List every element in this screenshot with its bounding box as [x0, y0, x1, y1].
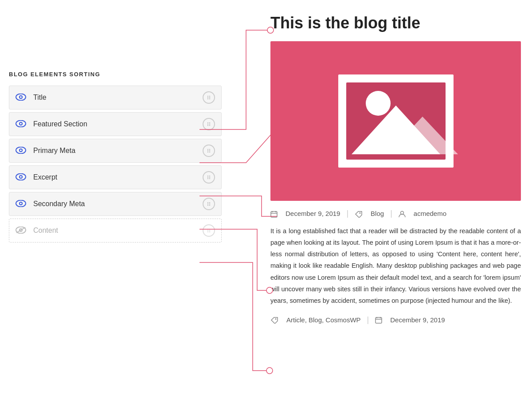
svg-point-25	[207, 152, 208, 153]
svg-point-8	[209, 98, 210, 99]
svg-point-11	[20, 123, 22, 125]
visibility-icon-featured[interactable]	[16, 119, 26, 129]
primary-meta-date: December 9, 2019	[286, 210, 340, 217]
meta-sep-1: |	[346, 209, 348, 218]
svg-point-14	[207, 124, 208, 125]
sort-list: Title Featured Secti	[9, 86, 222, 243]
svg-point-43	[207, 205, 208, 206]
svg-point-17	[209, 125, 210, 126]
tag-icon-secondary	[270, 316, 280, 324]
sort-item-excerpt[interactable]: Excerpt	[9, 165, 222, 189]
drag-handle-title[interactable]	[203, 91, 215, 104]
svg-point-38	[20, 203, 22, 204]
panel-title: BLOG ELEMENTS SORTING	[9, 71, 222, 78]
secondary-meta-row: Article, Blog, CosmosWP | December 9, 20…	[270, 315, 521, 325]
svg-point-41	[207, 203, 208, 204]
svg-point-22	[209, 149, 210, 150]
sort-item-content[interactable]: Content	[9, 219, 222, 243]
item-label-featured: Featured Section	[33, 120, 203, 128]
svg-point-33	[209, 177, 210, 178]
calendar-icon-primary	[270, 210, 279, 218]
blog-title: This is the blog title	[270, 13, 521, 32]
sort-item-secondary-meta[interactable]: Secondary Meta	[9, 192, 222, 216]
svg-point-50	[209, 229, 210, 230]
item-label-content: Content	[33, 227, 203, 235]
sort-item-title[interactable]: Title	[9, 86, 222, 110]
svg-point-32	[207, 177, 208, 178]
sorting-panel: BLOG ELEMENTS SORTING Title	[9, 71, 222, 243]
svg-point-5	[207, 97, 208, 98]
svg-point-53	[207, 231, 208, 232]
svg-point-6	[209, 97, 210, 98]
svg-point-73	[266, 368, 273, 374]
primary-meta-category: Blog	[371, 210, 384, 217]
svg-point-20	[20, 149, 22, 151]
svg-point-42	[209, 203, 210, 204]
drag-handle-excerpt[interactable]	[203, 171, 215, 184]
svg-rect-67	[376, 317, 382, 323]
calendar-icon-secondary	[375, 316, 384, 324]
drag-handle-primary-meta[interactable]	[203, 145, 215, 157]
visibility-icon-title[interactable]	[16, 93, 26, 103]
svg-point-12	[207, 122, 208, 123]
svg-point-54	[209, 231, 210, 232]
excerpt-text: It is a long established fact that a rea…	[270, 225, 521, 306]
drag-handle-content[interactable]	[203, 224, 215, 237]
svg-point-66	[275, 318, 277, 320]
svg-point-4	[209, 96, 210, 97]
meta-sep-2: |	[390, 209, 392, 218]
svg-point-26	[209, 152, 210, 153]
svg-line-48	[16, 227, 25, 233]
svg-point-51	[207, 230, 208, 231]
secondary-meta-sep: |	[367, 315, 369, 325]
svg-point-16	[207, 125, 208, 126]
item-label-secondary-meta: Secondary Meta	[33, 200, 203, 208]
svg-point-2	[20, 96, 22, 98]
visibility-icon-content[interactable]	[16, 226, 26, 236]
secondary-meta-tags: Article, Blog, CosmosWP	[286, 316, 361, 324]
svg-point-39	[207, 202, 208, 203]
svg-point-64	[360, 212, 361, 214]
svg-point-44	[209, 205, 210, 206]
user-icon-primary	[399, 210, 407, 218]
primary-meta-author: acmedemo	[414, 210, 446, 217]
sort-item-featured[interactable]: Featured Section	[9, 112, 222, 136]
item-label-title: Title	[33, 94, 203, 102]
drag-handle-featured[interactable]	[203, 118, 215, 130]
svg-point-57	[366, 91, 391, 116]
svg-point-31	[209, 176, 210, 176]
sort-item-primary-meta[interactable]: Primary Meta	[9, 139, 222, 163]
item-label-excerpt: Excerpt	[33, 173, 203, 181]
featured-image	[270, 41, 521, 201]
tag-icon-primary	[355, 210, 364, 218]
primary-meta-row: December 9, 2019 | Blog | acmedemo	[270, 209, 521, 218]
svg-point-35	[209, 178, 210, 179]
svg-point-21	[207, 149, 208, 150]
svg-point-40	[209, 202, 210, 203]
svg-point-29	[20, 176, 22, 178]
svg-point-13	[209, 122, 210, 123]
svg-point-15	[209, 124, 210, 125]
blog-preview: This is the blog title December 9, 2019 …	[270, 13, 521, 325]
visibility-icon-excerpt[interactable]	[16, 172, 26, 183]
drag-handle-secondary-meta[interactable]	[203, 198, 215, 210]
item-label-primary-meta: Primary Meta	[33, 147, 203, 155]
visibility-icon-secondary-meta[interactable]	[16, 199, 26, 209]
svg-point-3	[207, 96, 208, 97]
svg-point-49	[207, 229, 208, 230]
svg-point-7	[207, 98, 208, 99]
svg-point-23	[207, 150, 208, 151]
svg-point-34	[207, 178, 208, 179]
svg-point-30	[207, 176, 208, 176]
svg-point-52	[209, 230, 210, 231]
visibility-icon-primary-meta[interactable]	[16, 146, 26, 156]
secondary-meta-date: December 9, 2019	[390, 316, 445, 324]
svg-point-24	[209, 150, 210, 151]
svg-rect-60	[271, 211, 277, 217]
